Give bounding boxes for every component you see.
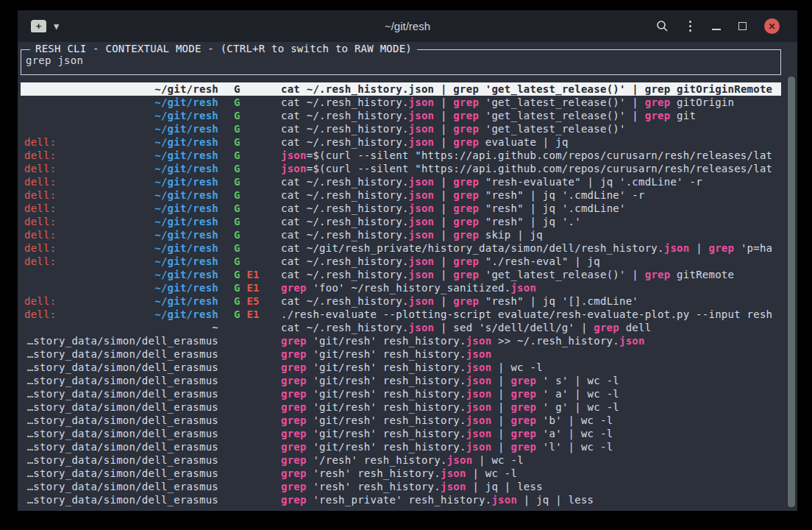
directory-label: …story_data/simon/dell_erasmus [24, 440, 218, 453]
directory-label: …story_data/simon/dell_erasmus [24, 334, 218, 347]
command-text: cat ~/.resh_history.json | grep "./resh-… [281, 255, 781, 268]
close-button[interactable]: ✕ [764, 18, 780, 34]
directory-label: ~/git/resh [24, 241, 218, 255]
directory-label: …story_data/simon/dell_erasmus [24, 414, 218, 427]
history-row[interactable]: …story_data/simon/dell_erasmusgrep 'git/… [21, 427, 781, 440]
history-row[interactable]: dell:~/git/reshGcat ~/git/resh_private/h… [21, 241, 781, 255]
flags-label: G [234, 175, 279, 188]
command-text: grep 'git/resh' resh_history.json | wc -… [281, 361, 781, 374]
command-text: cat ~/.resh_history.json | sed 's/dell/d… [281, 321, 781, 334]
command-text: cat ~/.resh_history.json | grep "resh" |… [281, 202, 781, 215]
history-row[interactable]: dell:~/git/reshGcat ~/.resh_history.json… [21, 255, 781, 268]
history-row[interactable]: …story_data/simon/dell_erasmusgrep 'resh… [21, 493, 781, 506]
directory-label: ~/git/resh [24, 135, 218, 149]
flags-label: G [234, 82, 279, 96]
flags-label [234, 440, 279, 453]
history-row[interactable]: …story_data/simon/dell_erasmusgrep 'git/… [21, 334, 781, 347]
search-query-input[interactable]: grep json [26, 54, 83, 66]
directory-label: ~/git/resh [24, 268, 218, 281]
history-row[interactable]: …story_data/simon/dell_erasmusgrep 'resh… [21, 467, 781, 480]
history-row[interactable]: ~/git/reshGcat ~/.resh_history.json | gr… [21, 109, 781, 122]
directory-label: …story_data/simon/dell_erasmus [24, 480, 218, 493]
command-text: grep 'resh' resh_history.json | jq | les… [281, 480, 781, 493]
command-text: cat ~/.resh_history.json | grep "resh" |… [281, 215, 781, 228]
terminal-window: + ▼ ~/git/resh ✕ RESH CLI - CONTEXTUAL M… [18, 10, 797, 511]
command-text: ./resh-evaluate --plotting-script evalua… [281, 308, 781, 321]
minimize-button[interactable] [712, 29, 721, 30]
command-text: grep 'resh' resh_history.json | wc -l [281, 467, 781, 480]
command-text: grep 'git/resh' resh_history.json | grep… [281, 374, 781, 387]
history-row[interactable]: ~/git/reshGcat ~/.resh_history.json | gr… [21, 82, 781, 96]
flags-label: G E5 [234, 294, 279, 308]
flags-label [234, 480, 279, 493]
history-row[interactable]: …story_data/simon/dell_erasmusgrep 'git/… [21, 440, 781, 453]
directory-label: ~/git/resh [24, 122, 218, 135]
resh-mode-title: RESH CLI - CONTEXTUAL MODE - (CTRL+R to … [30, 43, 417, 54]
command-text: cat ~/.resh_history.json | grep 'get_lat… [281, 268, 781, 281]
history-row[interactable]: …story_data/simon/dell_erasmusgrep '/res… [21, 453, 781, 467]
command-text: cat ~/.resh_history.json | grep skip | j… [281, 228, 781, 241]
command-text: grep 'foo' ~/resh_history_sanitized.json [281, 281, 781, 294]
flags-label: G [234, 255, 279, 268]
directory-label: ~/git/resh [24, 188, 218, 202]
search-icon[interactable] [656, 20, 669, 32]
flags-label: G [234, 149, 279, 162]
flags-label [234, 321, 279, 334]
directory-label: ~/git/resh [24, 215, 218, 228]
flags-label [234, 347, 279, 361]
history-row[interactable]: ~cat ~/.resh_history.json | sed 's/dell/… [21, 321, 781, 334]
directory-label: ~/git/resh [24, 281, 218, 294]
history-row[interactable]: dell:~/git/reshGcat ~/.resh_history.json… [21, 228, 781, 241]
directory-label: ~/git/resh [24, 149, 218, 162]
history-row[interactable]: …story_data/simon/dell_erasmusgrep 'git/… [21, 414, 781, 427]
command-text: grep 'git/resh' resh_history.json [281, 347, 781, 361]
history-row[interactable]: dell:~/git/reshGcat ~/.resh_history.json… [21, 202, 781, 215]
directory-label: ~/git/resh [24, 308, 218, 321]
history-row[interactable]: ~/git/reshG E1grep 'foo' ~/resh_history_… [21, 281, 781, 294]
history-row[interactable]: dell:~/git/reshGjson=$(curl --silent "ht… [21, 149, 781, 162]
flags-label [234, 453, 279, 467]
flags-label [234, 414, 279, 427]
history-row[interactable]: dell:~/git/reshGjson=$(curl --silent "ht… [21, 162, 781, 175]
history-row[interactable]: ~/git/reshGcat ~/.resh_history.json | gr… [21, 122, 781, 135]
history-row[interactable]: dell:~/git/reshG E1./resh-evaluate --plo… [21, 308, 781, 321]
history-row[interactable]: …story_data/simon/dell_erasmusgrep 'git/… [21, 400, 781, 414]
directory-label: …story_data/simon/dell_erasmus [24, 467, 218, 480]
scrollbar[interactable] [787, 76, 796, 508]
command-text: grep 'git/resh' resh_history.json | grep… [281, 400, 781, 414]
history-row[interactable]: ~/git/reshG E1cat ~/.resh_history.json |… [21, 268, 781, 281]
history-row[interactable]: dell:~/git/reshGcat ~/.resh_history.json… [21, 188, 781, 202]
flags-label [234, 467, 279, 480]
menu-kebab-icon[interactable] [686, 21, 694, 32]
history-row[interactable]: …story_data/simon/dell_erasmusgrep 'git/… [21, 347, 781, 361]
history-row[interactable]: dell:~/git/reshGcat ~/.resh_history.json… [21, 135, 781, 149]
directory-label: …story_data/simon/dell_erasmus [24, 493, 218, 506]
history-row[interactable]: dell:~/git/reshGcat ~/.resh_history.json… [21, 175, 781, 188]
flags-label: G E1 [234, 281, 279, 294]
flags-label: G [234, 109, 279, 122]
directory-label: …story_data/simon/dell_erasmus [24, 374, 218, 387]
directory-label: ~/git/resh [24, 96, 218, 109]
command-text: cat ~/git/resh_private/history_data/simo… [281, 241, 781, 255]
history-row[interactable]: ~/git/reshGcat ~/.resh_history.json | gr… [21, 96, 781, 109]
history-list: ~/git/reshGcat ~/.resh_history.json | gr… [21, 82, 781, 506]
directory-label: ~/git/resh [24, 175, 218, 188]
history-row[interactable]: …story_data/simon/dell_erasmusgrep 'git/… [21, 387, 781, 400]
command-text: grep 'resh_private' resh_history.json | … [281, 493, 781, 506]
directory-label: ~/git/resh [24, 162, 218, 175]
history-row[interactable]: dell:~/git/reshGcat ~/.resh_history.json… [21, 215, 781, 228]
directory-label: ~/git/resh [24, 228, 218, 241]
command-text: grep 'git/resh' resh_history.json >> ~/.… [281, 334, 781, 347]
directory-label: ~/git/resh [24, 109, 218, 122]
directory-label: …story_data/simon/dell_erasmus [24, 361, 218, 374]
history-row[interactable]: …story_data/simon/dell_erasmusgrep 'resh… [21, 480, 781, 493]
flags-label [234, 374, 279, 387]
restore-button[interactable] [738, 22, 747, 30]
history-row[interactable]: …story_data/simon/dell_erasmusgrep 'git/… [21, 374, 781, 387]
command-text: cat ~/.resh_history.json | grep 'get_lat… [281, 82, 781, 96]
flags-label: G [234, 215, 279, 228]
directory-label: ~/git/resh [24, 202, 218, 215]
resh-header-box: RESH CLI - CONTEXTUAL MODE - (CTRL+R to … [21, 49, 781, 75]
history-row[interactable]: …story_data/simon/dell_erasmusgrep 'git/… [21, 361, 781, 374]
history-row[interactable]: dell:~/git/reshG E5cat ~/.resh_history.j… [21, 294, 781, 308]
